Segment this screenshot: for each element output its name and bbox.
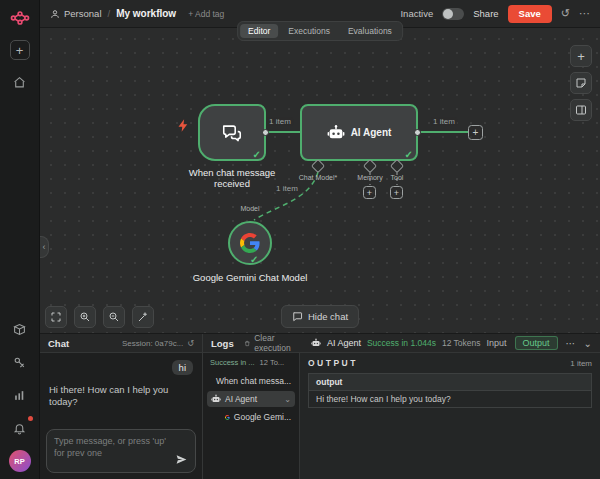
- add-workflow-button[interactable]: +: [10, 40, 30, 60]
- success-check-icon: ✓: [405, 149, 413, 160]
- output-title: OUTPUT: [308, 358, 358, 368]
- send-message-button[interactable]: [175, 453, 188, 466]
- left-rail: + RP: [0, 0, 40, 479]
- plus-icon: +: [367, 188, 372, 198]
- notifications-button[interactable]: [9, 417, 31, 439]
- add-next-node-button[interactable]: +: [468, 125, 483, 140]
- zoom-in-button[interactable]: [74, 306, 96, 328]
- view-tabs: Editor Executions Evaluations: [237, 21, 403, 41]
- toggle-panel-button[interactable]: [570, 99, 592, 121]
- notification-dot: [28, 416, 33, 421]
- chat-session: Session: 0a79c... ↺: [122, 339, 194, 348]
- tab-evaluations[interactable]: Evaluations: [340, 24, 400, 38]
- save-button[interactable]: Save: [508, 5, 552, 23]
- add-tag-button[interactable]: + Add tag: [188, 9, 224, 19]
- agent-node-title: AI Agent: [351, 127, 392, 138]
- zoom-to-fit-button[interactable]: [45, 306, 67, 328]
- node-ai-agent[interactable]: AI Agent ✓: [300, 104, 418, 161]
- chat-bubbles-icon: [211, 377, 212, 386]
- sidebar-collapse-button[interactable]: ‹: [40, 236, 49, 258]
- chat-panel: Chat Session: 0a79c... ↺ hi Hi there! Ho…: [40, 334, 203, 479]
- collapse-panel-button[interactable]: ⌄: [584, 338, 592, 349]
- robot-icon: [211, 394, 221, 404]
- trigger-output-port[interactable]: [262, 129, 269, 136]
- zoom-out-button[interactable]: [103, 306, 125, 328]
- zoom-in-icon: [79, 311, 91, 323]
- canvas-tool-stack: +: [570, 45, 592, 121]
- workspace-label: Personal: [64, 8, 102, 19]
- share-button[interactable]: Share: [473, 8, 498, 19]
- tree-item-label: AI Agent: [225, 394, 257, 404]
- output-tab-button[interactable]: Output: [515, 336, 558, 350]
- model-port-label: Model: [240, 205, 259, 212]
- variables-button[interactable]: [9, 351, 31, 373]
- chat-message-input[interactable]: [54, 435, 172, 467]
- history-icon[interactable]: ↺: [561, 7, 570, 20]
- logs-more-button[interactable]: ⋯: [566, 338, 576, 349]
- memory-port[interactable]: [363, 159, 377, 173]
- insights-button[interactable]: [9, 384, 31, 406]
- add-node-button[interactable]: +: [570, 45, 592, 67]
- chat-panel-title: Chat: [48, 338, 69, 349]
- more-menu-button[interactable]: ⋯: [579, 7, 590, 20]
- selected-node-summary: AI Agent Success in 1.044s 12 Tokens: [311, 338, 481, 348]
- agent-output-port[interactable]: [414, 129, 421, 136]
- output-column-header: output: [309, 374, 592, 391]
- edge-items-label: 1 item: [267, 117, 293, 126]
- connection-edges: [40, 28, 600, 334]
- workflow-canvas[interactable]: ‹ ✓ When chat message received 1 item AI…: [40, 28, 600, 334]
- user-message-bubble: hi: [172, 360, 193, 375]
- bar-chart-icon: [13, 389, 26, 402]
- chat-model-port[interactable]: [311, 159, 325, 173]
- tree-item-google-gemini[interactable]: Google Gemi...: [221, 409, 295, 425]
- node-chat-trigger[interactable]: ✓: [198, 104, 266, 161]
- output-cell-value[interactable]: Hi there! How can I help you today?: [309, 391, 592, 408]
- header-actions: Inactive Share Save ↺ ⋯: [400, 5, 590, 23]
- workspace-breadcrumb[interactable]: Personal: [50, 8, 102, 19]
- chat-input-box: [46, 429, 196, 473]
- robot-icon: [311, 338, 321, 348]
- reset-session-icon[interactable]: ↺: [187, 339, 194, 348]
- plus-icon: +: [577, 49, 585, 64]
- tree-item-ai-agent[interactable]: AI Agent ⌄: [207, 391, 295, 407]
- clear-execution-button[interactable]: Clear execution: [244, 333, 297, 353]
- chat-bubbles-icon: [221, 122, 243, 144]
- summary-tokens: 12 To...: [260, 358, 284, 367]
- main-area: Personal / My workflow + Add tag Inactiv…: [40, 0, 600, 479]
- add-sticky-button[interactable]: [570, 72, 592, 94]
- add-tool-button[interactable]: +: [390, 186, 403, 199]
- tree-item-label: When chat messa...: [216, 376, 291, 386]
- token-count: 12 Tokens: [442, 338, 481, 348]
- tool-port[interactable]: [390, 159, 404, 173]
- bot-message: Hi there! How can I help you today?: [49, 384, 193, 409]
- success-check-icon: ✓: [253, 149, 261, 160]
- input-tab-button[interactable]: Input: [487, 338, 507, 348]
- home-button[interactable]: [9, 71, 31, 93]
- summary-status: Success in ...: [210, 358, 255, 367]
- plus-icon: +: [16, 44, 24, 57]
- hide-chat-button[interactable]: Hide chat: [281, 305, 359, 328]
- templates-button[interactable]: [9, 318, 31, 340]
- chevron-down-icon[interactable]: ⌄: [284, 395, 291, 404]
- person-icon: [50, 9, 60, 19]
- paper-plane-icon: [175, 453, 188, 466]
- bottom-panel: Chat Session: 0a79c... ↺ hi Hi there! Ho…: [40, 334, 600, 479]
- workflow-title[interactable]: My workflow: [116, 8, 176, 19]
- n8n-app: + RP Personal / My workflow +: [0, 0, 600, 479]
- active-toggle[interactable]: [442, 8, 464, 20]
- user-avatar[interactable]: RP: [9, 450, 31, 472]
- add-memory-button[interactable]: +: [363, 186, 376, 199]
- trash-icon: [244, 339, 251, 348]
- n8n-logo-icon[interactable]: [9, 7, 31, 29]
- chat-panel-header: Chat Session: 0a79c... ↺: [40, 334, 202, 353]
- google-icon: [240, 233, 260, 253]
- hide-chat-label: Hide chat: [308, 311, 348, 322]
- tidy-up-button[interactable]: [132, 306, 154, 328]
- chevron-left-icon: ‹: [43, 242, 46, 252]
- tab-editor[interactable]: Editor: [240, 24, 278, 38]
- trigger-bolt-icon: [176, 118, 191, 133]
- tree-item-chat-trigger[interactable]: When chat messa...: [207, 373, 295, 389]
- output-table: output Hi there! How can I help you toda…: [308, 373, 592, 408]
- logs-panel: Logs Clear execution AI Agent Success in…: [203, 334, 600, 479]
- tab-executions[interactable]: Executions: [280, 24, 338, 38]
